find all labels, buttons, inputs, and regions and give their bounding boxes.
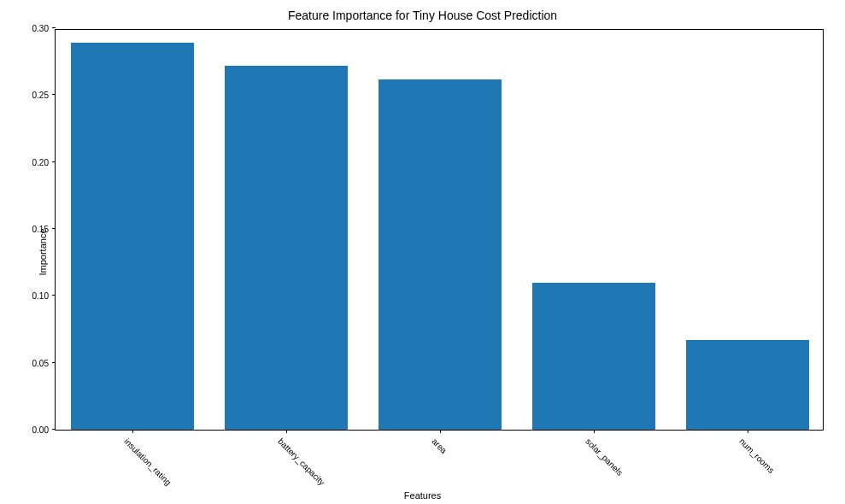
y-axis-label: Importance bbox=[38, 228, 48, 275]
x-tick-mark bbox=[594, 430, 595, 433]
chart-title: Feature Importance for Tiny House Cost P… bbox=[288, 9, 557, 22]
x-tick-mark bbox=[440, 430, 441, 433]
x-tick-mark bbox=[286, 430, 287, 433]
chart-container: 0.000.050.100.150.200.250.30insulation_r… bbox=[55, 29, 824, 431]
y-tick-label: 0.20 bbox=[32, 157, 56, 167]
bar bbox=[686, 340, 809, 430]
x-axis-label: Features bbox=[404, 490, 441, 501]
bar bbox=[71, 43, 194, 430]
y-tick-label: 0.00 bbox=[32, 425, 56, 435]
x-tick-label: insulation_rating bbox=[122, 437, 173, 487]
y-tick-label: 0.10 bbox=[32, 291, 56, 301]
x-tick-mark bbox=[748, 430, 748, 433]
x-tick-label: battery_capacity bbox=[276, 437, 326, 487]
x-tick-label: area bbox=[430, 437, 449, 455]
y-tick-label: 0.05 bbox=[32, 358, 56, 367]
y-tick-label: 0.25 bbox=[32, 91, 56, 100]
x-tick-label: num_rooms bbox=[737, 437, 776, 475]
plot-area: 0.000.050.100.150.200.250.30insulation_r… bbox=[55, 29, 824, 431]
bar bbox=[225, 66, 348, 430]
bar bbox=[532, 283, 655, 430]
x-tick-mark bbox=[132, 430, 133, 433]
y-tick-label: 0.30 bbox=[32, 24, 56, 33]
bar bbox=[378, 79, 502, 430]
x-tick-label: solar_panels bbox=[584, 437, 625, 478]
